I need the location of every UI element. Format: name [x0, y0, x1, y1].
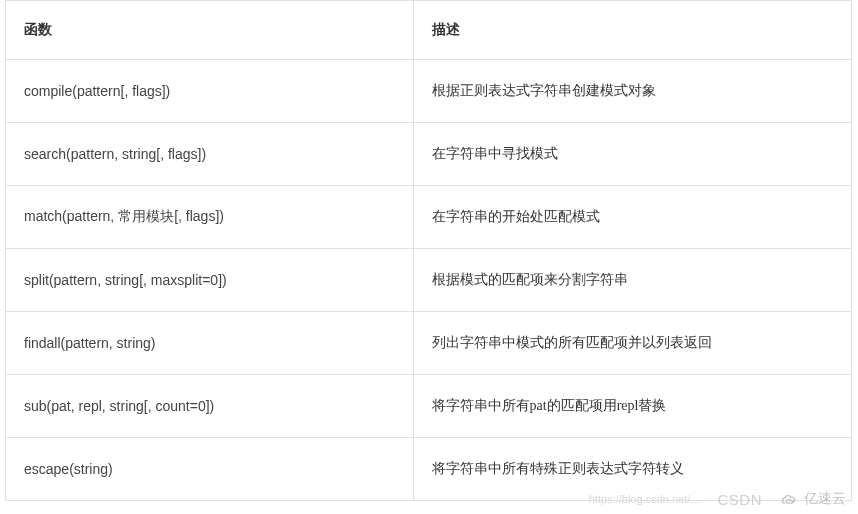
cell-description: 根据模式的匹配项来分割字符串 [413, 249, 851, 312]
cell-function: compile(pattern[, flags]) [6, 60, 414, 123]
cell-description: 在字符串的开始处匹配模式 [413, 186, 851, 249]
cell-description: 列出字符串中模式的所有匹配项并以列表返回 [413, 312, 851, 375]
cell-function: match(pattern, 常用模块[, flags]) [6, 186, 414, 249]
cell-function: escape(string) [6, 438, 414, 501]
cell-function: search(pattern, string[, flags]) [6, 123, 414, 186]
table-row: findall(pattern, string) 列出字符串中模式的所有匹配项并… [6, 312, 852, 375]
table-header-row: 函数 描述 [6, 1, 852, 60]
cell-description: 根据正则表达式字符串创建模式对象 [413, 60, 851, 123]
watermark-blog-url: https://blog.csdn.net/... [589, 493, 700, 505]
cloud-icon [780, 492, 800, 506]
cell-function: findall(pattern, string) [6, 312, 414, 375]
table-row: match(pattern, 常用模块[, flags]) 在字符串的开始处匹配… [6, 186, 852, 249]
table-row: compile(pattern[, flags]) 根据正则表达式字符串创建模式… [6, 60, 852, 123]
cell-description: 在字符串中寻找模式 [413, 123, 851, 186]
function-reference-table: 函数 描述 compile(pattern[, flags]) 根据正则表达式字… [5, 0, 852, 501]
cell-description: 将字符串中所有pat的匹配项用repl替换 [413, 375, 851, 438]
cell-function: sub(pat, repl, string[, count=0]) [6, 375, 414, 438]
table-row: split(pattern, string[, maxsplit=0]) 根据模… [6, 249, 852, 312]
watermark-csdn: CSDN [717, 491, 762, 508]
table-row: search(pattern, string[, flags]) 在字符串中寻找… [6, 123, 852, 186]
table-row: sub(pat, repl, string[, count=0]) 将字符串中所… [6, 375, 852, 438]
watermark-yisu-text: 亿速云 [804, 490, 846, 508]
function-reference-table-container: 函数 描述 compile(pattern[, flags]) 根据正则表达式字… [0, 0, 858, 501]
watermark-yisu: 亿速云 [780, 490, 846, 508]
header-description: 描述 [413, 1, 851, 60]
watermark-area: https://blog.csdn.net/... CSDN 亿速云 [589, 490, 846, 508]
cell-function: split(pattern, string[, maxsplit=0]) [6, 249, 414, 312]
header-function: 函数 [6, 1, 414, 60]
